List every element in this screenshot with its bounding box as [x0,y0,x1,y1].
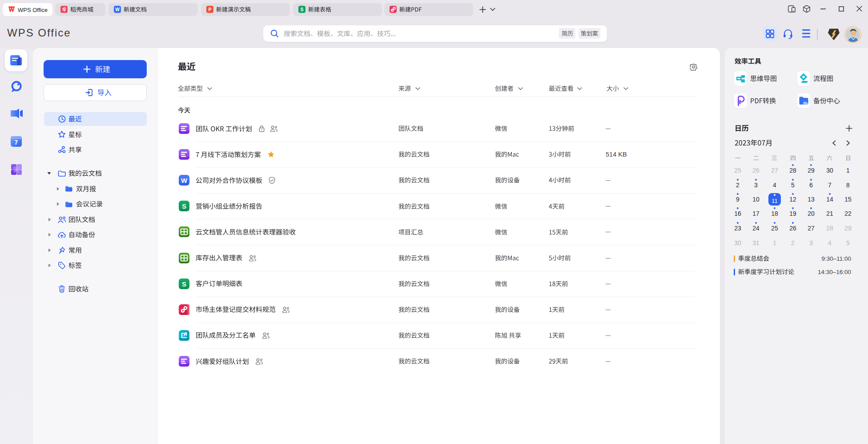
svg-text:S: S [182,280,186,288]
svg-text:S: S [182,202,186,210]
svg-text:S: S [301,7,304,12]
svg-text:W: W [181,177,188,184]
svg-text:W: W [115,7,120,12]
svg-text:7: 7 [15,139,18,146]
svg-text:P: P [209,7,212,12]
